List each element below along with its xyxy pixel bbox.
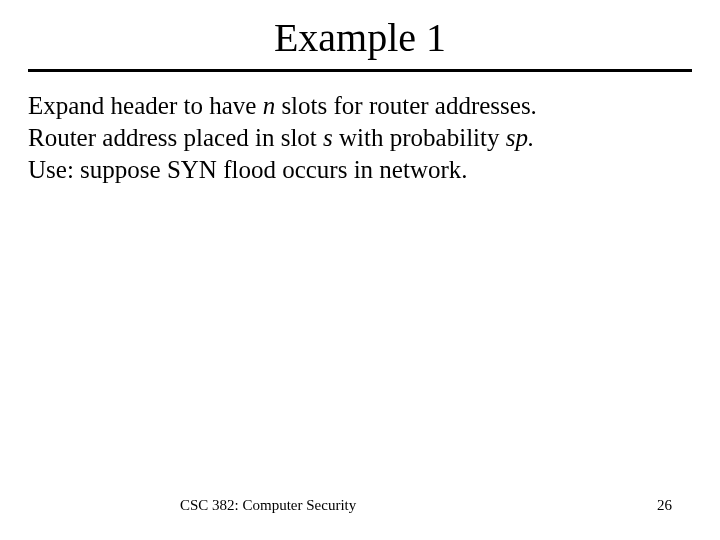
var-n: n (263, 92, 276, 119)
var-s: s (323, 124, 333, 151)
body-line-1: Expand header to have n slots for router… (28, 90, 692, 122)
text: slots for router addresses. (275, 92, 537, 119)
slide: Example 1 Expand header to have n slots … (0, 0, 720, 540)
body-line-3: Use: suppose SYN flood occurs in network… (28, 154, 692, 186)
page-title: Example 1 (0, 0, 720, 61)
text: with probability (333, 124, 506, 151)
var-sp: sp. (506, 124, 534, 151)
footer-course: CSC 382: Computer Security (180, 497, 356, 514)
body-text: Expand header to have n slots for router… (0, 72, 720, 186)
text: Router address placed in slot (28, 124, 323, 151)
text: Expand header to have (28, 92, 263, 119)
body-line-2: Router address placed in slot s with pro… (28, 122, 692, 154)
footer-page-number: 26 (657, 497, 672, 514)
